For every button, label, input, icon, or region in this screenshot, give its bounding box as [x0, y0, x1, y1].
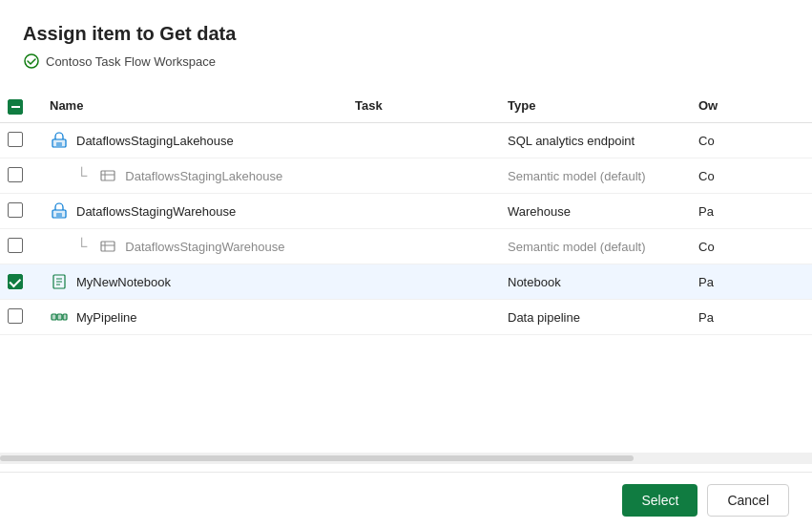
type-label: Semantic model (default)	[508, 240, 646, 254]
dialog-header: Assign item to Get data Contoso Task Flo…	[0, 23, 812, 89]
row-name-cell: └ DataflowsStagingLakehouse	[38, 158, 344, 194]
row-name-cell: MyNewNotebook	[38, 264, 344, 300]
dialog-title: Assign item to Get data	[23, 23, 789, 45]
row-owner-cell: Co	[687, 229, 812, 264]
header-name: Name	[38, 89, 344, 123]
table-body: DataflowsStagingLakehouse SQL analytics …	[0, 123, 812, 335]
table-row[interactable]: └ DataflowsStagingLakehouse Semantic mod…	[0, 158, 812, 194]
table-row[interactable]: MyPipeline Data pipelinePa	[0, 300, 812, 335]
row-owner-cell: Co	[687, 158, 812, 194]
row-checkbox-cell	[0, 300, 38, 335]
row-checkbox-cell	[0, 229, 38, 264]
row-owner-cell: Pa	[687, 264, 812, 300]
header-checkbox-col	[0, 89, 38, 123]
row-owner-cell: Pa	[687, 194, 812, 229]
item-label: MyPipeline	[76, 310, 137, 325]
row-type-cell: Data pipeline	[496, 300, 687, 335]
svg-rect-10	[101, 242, 115, 251]
cancel-button[interactable]: Cancel	[707, 484, 789, 517]
row-type-cell: SQL analytics endpoint	[496, 123, 687, 158]
svg-rect-19	[57, 314, 62, 320]
row-checkbox-cell	[0, 158, 38, 194]
table-row[interactable]: DataflowsStagingLakehouse SQL analytics …	[0, 123, 812, 158]
item-name: DataflowsStagingLakehouse	[50, 131, 332, 150]
item-icon-notebook	[50, 272, 69, 291]
row-task-cell	[344, 300, 496, 335]
row-checkbox-cell	[0, 123, 38, 158]
item-icon-lakehouse	[50, 131, 69, 150]
header-task: Task	[344, 89, 496, 123]
row-task-cell	[344, 264, 496, 300]
header-type: Type	[496, 89, 687, 123]
assign-item-dialog: Assign item to Get data Contoso Task Flo…	[0, 0, 812, 528]
item-name: DataflowsStagingWarehouse	[50, 201, 332, 221]
row-checkbox[interactable]	[8, 202, 23, 218]
sub-connector-icon: └	[76, 168, 87, 183]
horizontal-scrollbar[interactable]	[0, 453, 812, 464]
row-owner-cell: Pa	[687, 300, 812, 335]
item-label: DataflowsStagingLakehouse	[76, 134, 234, 148]
row-task-cell	[344, 194, 496, 229]
item-name: MyPipeline	[50, 307, 332, 327]
table-row[interactable]: └ DataflowsStagingWarehouse Semantic mod…	[0, 229, 812, 264]
items-table-container: Name Task Type Ow DataflowsStagingLakeho…	[0, 89, 812, 445]
header-checkbox[interactable]	[8, 99, 23, 115]
row-type-cell: Warehouse	[496, 194, 687, 229]
svg-rect-3	[56, 142, 62, 146]
svg-rect-17	[52, 314, 56, 320]
scrollbar-track	[0, 455, 634, 461]
item-icon-semantic	[98, 166, 117, 185]
row-owner-cell: Co	[687, 123, 812, 158]
row-type-cell: Semantic model (default)	[496, 229, 687, 264]
item-icon-pipeline	[50, 307, 69, 327]
row-checkbox[interactable]	[8, 308, 23, 324]
item-name: MyNewNotebook	[50, 272, 332, 291]
row-checkbox[interactable]	[8, 274, 23, 289]
workspace-label: Contoso Task Flow Workspace	[46, 54, 216, 69]
type-label: Semantic model (default)	[508, 169, 646, 183]
item-label: DataflowsStagingWarehouse	[125, 240, 284, 254]
row-checkbox[interactable]	[8, 132, 23, 147]
row-task-cell	[344, 123, 496, 158]
row-task-cell	[344, 158, 496, 194]
svg-point-0	[25, 54, 38, 68]
sub-connector-icon: └	[76, 239, 87, 254]
dialog-footer: Select Cancel	[0, 472, 812, 528]
workspace-icon	[23, 53, 40, 70]
workspace-row: Contoso Task Flow Workspace	[23, 53, 789, 70]
table-row[interactable]: MyNewNotebook NotebookPa	[0, 264, 812, 300]
row-name-cell: └ DataflowsStagingWarehouse	[38, 229, 344, 264]
row-name-cell: DataflowsStagingWarehouse	[38, 194, 344, 229]
item-label: MyNewNotebook	[76, 275, 171, 289]
row-checkbox[interactable]	[8, 167, 23, 182]
row-name-cell: DataflowsStagingLakehouse	[38, 123, 344, 158]
header-owner: Ow	[687, 89, 812, 123]
items-table: Name Task Type Ow DataflowsStagingLakeho…	[0, 89, 812, 335]
table-row[interactable]: DataflowsStagingWarehouse WarehousePa	[0, 194, 812, 229]
item-label: DataflowsStagingWarehouse	[76, 204, 236, 219]
row-task-cell	[344, 229, 496, 264]
row-checkbox-cell	[0, 264, 38, 300]
table-header-row: Name Task Type Ow	[0, 89, 812, 123]
item-name: └ DataflowsStagingLakehouse	[50, 166, 332, 185]
row-checkbox[interactable]	[8, 238, 23, 253]
row-name-cell: MyPipeline	[38, 300, 344, 335]
svg-rect-9	[56, 213, 62, 217]
item-icon-lakehouse	[50, 201, 69, 221]
row-type-cell: Notebook	[496, 264, 687, 300]
item-icon-semantic	[98, 237, 117, 256]
item-name: └ DataflowsStagingWarehouse	[50, 237, 332, 256]
item-label: DataflowsStagingLakehouse	[125, 169, 282, 183]
row-checkbox-cell	[0, 194, 38, 229]
row-type-cell: Semantic model (default)	[496, 158, 687, 194]
select-button[interactable]: Select	[622, 484, 697, 517]
svg-rect-4	[101, 171, 115, 180]
